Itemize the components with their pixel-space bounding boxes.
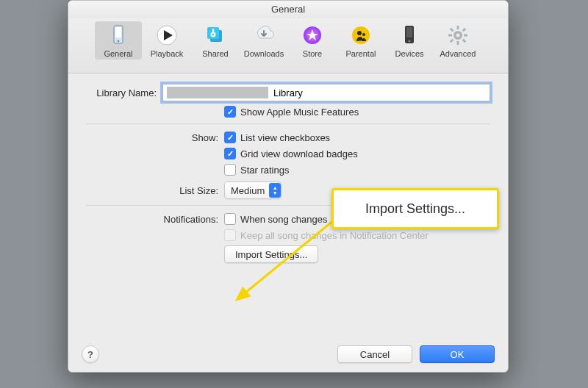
toolbar-label: Store [303, 49, 322, 58]
show-label: Show: [86, 132, 224, 143]
svg-rect-22 [464, 35, 467, 37]
divider [86, 123, 490, 124]
callout-box: Import Settings... [331, 188, 499, 229]
store-icon [300, 23, 325, 48]
callout-text: Import Settings... [365, 201, 465, 217]
toolbar-tab-devices[interactable]: Devices [386, 21, 433, 60]
toolbar-label: Parental [346, 49, 376, 58]
svg-point-13 [357, 31, 362, 35]
svg-rect-1 [115, 27, 121, 37]
chevron-up-down-icon: ▲▼ [269, 183, 281, 198]
show-apple-music-checkbox[interactable] [224, 106, 236, 118]
show-apple-music-label: Show Apple Music Features [240, 107, 359, 118]
general-icon [106, 23, 131, 48]
notifications-label: Notifications: [86, 214, 224, 225]
svg-rect-20 [457, 41, 459, 45]
when-song-changes-checkbox[interactable] [224, 213, 236, 225]
svg-rect-24 [462, 28, 467, 32]
toolbar-tab-shared[interactable]: Shared [192, 21, 239, 60]
svg-point-17 [409, 40, 411, 43]
svg-rect-26 [462, 39, 467, 43]
parental-icon [348, 23, 373, 48]
toolbar-tab-downloads[interactable]: Downloads [240, 21, 287, 60]
toolbar-tab-store[interactable]: Store [289, 21, 336, 60]
star-ratings-label: Star ratings [240, 165, 289, 176]
list-size-label: List Size: [86, 185, 224, 196]
playback-icon [154, 23, 179, 48]
toolbar-label: Advanced [440, 49, 476, 58]
toolbar-label: General [104, 49, 132, 58]
toolbar-label: Devices [395, 49, 423, 58]
redacted-block [167, 87, 268, 98]
grid-view-badges-label: Grid view download badges [240, 148, 358, 159]
grid-view-badges-checkbox[interactable] [224, 148, 236, 159]
keep-all-label: Keep all song changes in Notification Ce… [240, 230, 429, 241]
toolbar-tab-playback[interactable]: Playback [143, 21, 190, 60]
svg-rect-25 [450, 39, 454, 43]
toolbar-tab-general[interactable]: General [95, 21, 142, 60]
star-ratings-checkbox[interactable] [224, 164, 236, 176]
toolbar-label: Downloads [244, 49, 284, 58]
devices-icon [397, 23, 422, 48]
advanced-icon [445, 23, 470, 48]
when-song-changes-label: When song changes [240, 214, 328, 225]
toolbar-tab-parental[interactable]: Parental [337, 21, 384, 60]
svg-rect-21 [448, 35, 452, 37]
help-button[interactable]: ? [82, 345, 99, 363]
window-title: General [68, 1, 508, 18]
cancel-button[interactable]: Cancel [337, 345, 412, 363]
svg-point-2 [118, 40, 120, 43]
svg-rect-16 [406, 27, 412, 37]
content-area: Library Name: Show Apple Music Features … [68, 73, 508, 263]
svg-point-12 [352, 26, 370, 44]
import-settings-button[interactable]: Import Settings... [224, 245, 318, 263]
library-name-label: Library Name: [86, 87, 162, 98]
svg-point-14 [362, 33, 365, 36]
keep-all-checkbox [224, 229, 236, 241]
footer: ? Cancel OK [68, 345, 508, 363]
toolbar-label: Playback [151, 49, 184, 58]
downloads-icon [251, 23, 276, 48]
toolbar-tab-advanced[interactable]: Advanced [434, 21, 481, 60]
ok-button[interactable]: OK [420, 345, 495, 363]
svg-rect-9 [212, 29, 214, 33]
list-size-select[interactable]: Medium ▲▼ [224, 182, 282, 199]
svg-point-27 [456, 34, 460, 37]
svg-rect-19 [457, 26, 459, 29]
shared-icon [203, 23, 228, 48]
svg-rect-23 [450, 28, 454, 32]
list-view-checkboxes-checkbox[interactable] [224, 132, 236, 143]
svg-point-8 [212, 34, 214, 35]
list-size-value: Medium [231, 185, 265, 196]
toolbar: General Playback Shared Downloads Store [68, 18, 508, 73]
preferences-window: General General Playback Shared Download… [68, 0, 509, 373]
toolbar-label: Shared [202, 49, 228, 58]
list-view-checkboxes-label: List view checkboxes [240, 132, 330, 143]
